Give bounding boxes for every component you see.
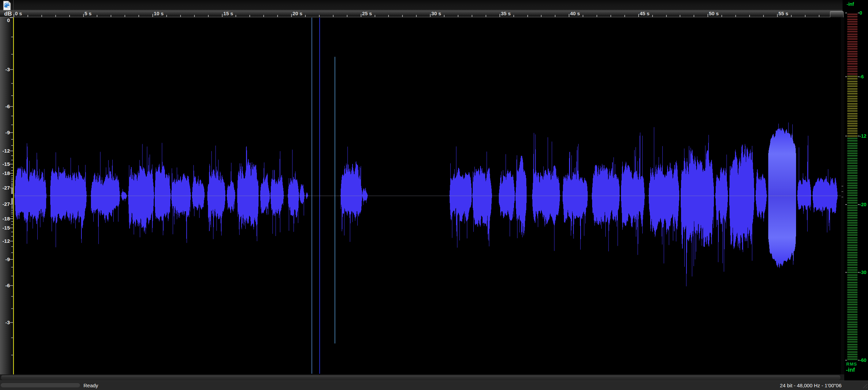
time-tick xyxy=(249,15,250,17)
db-tick xyxy=(11,200,13,201)
audio-file-icon[interactable] xyxy=(3,1,11,11)
progress-bar xyxy=(1,383,80,388)
vertical-scrollbar[interactable] xyxy=(841,17,844,374)
db-tick xyxy=(10,69,13,70)
db-tick xyxy=(11,212,13,213)
time-ruler[interactable]: 0 s5 s10 s15 s20 s25 s30 s35 s40 s45 s50… xyxy=(14,0,843,17)
meter-led-segment xyxy=(847,168,857,169)
meter-scale-label: -20 xyxy=(860,202,866,207)
time-tick xyxy=(291,14,292,17)
meter-led-segment xyxy=(847,341,857,343)
db-tick xyxy=(10,259,13,260)
db-tick xyxy=(11,160,13,160)
db-tick xyxy=(11,296,13,297)
db-tick-label: -27 xyxy=(2,201,10,207)
time-tick xyxy=(402,15,403,17)
db-tick-label: -12 xyxy=(2,238,10,243)
meter-led-segment xyxy=(847,93,857,95)
meter-led-segment xyxy=(847,344,857,346)
meter-led-segment xyxy=(847,180,857,181)
time-tick-label: 10 s xyxy=(154,11,164,16)
time-tick xyxy=(14,14,14,17)
meter-led-segment xyxy=(847,68,857,70)
db-tick xyxy=(11,224,13,225)
meter-led-segment xyxy=(847,98,857,100)
meter-led-segment xyxy=(847,23,857,25)
db-tick-label: -15 xyxy=(2,225,10,230)
db-unit-label: dB xyxy=(0,11,12,17)
time-ruler-band: dB 0 s5 s10 s15 s20 s25 s30 s35 s40 s45 … xyxy=(0,0,843,18)
meter-scale-tick xyxy=(845,360,847,360)
time-tick-label: 35 s xyxy=(501,11,511,16)
meter-led-segment xyxy=(847,354,857,355)
horizontal-scrollbar[interactable] xyxy=(0,374,844,381)
meter-led-segment xyxy=(847,160,857,162)
db-tick xyxy=(11,170,13,171)
meter-led-segment xyxy=(847,51,857,53)
meter-led-segment xyxy=(847,358,857,360)
db-amplitude-ruler: 0-3-3-6-6-9-9-12-12-15-15-18-18-27-27 xyxy=(0,17,13,374)
edit-cursor[interactable] xyxy=(13,17,14,374)
meter-led-segment xyxy=(847,195,857,196)
resize-grip-icon[interactable] xyxy=(861,382,867,388)
meter-led-segment xyxy=(847,38,857,40)
meter-led-segment xyxy=(847,85,857,87)
db-tick xyxy=(11,83,13,84)
time-tick-label: 0 s xyxy=(15,11,22,16)
time-tick xyxy=(624,15,625,17)
db-tick xyxy=(10,164,13,164)
meter-led-segment xyxy=(847,53,857,55)
time-tick xyxy=(375,15,375,17)
meter-led-segment xyxy=(847,113,857,115)
meter-led-segment xyxy=(847,277,857,278)
meter-led-segment xyxy=(847,274,857,276)
meter-led-segment xyxy=(847,264,857,266)
time-tick xyxy=(694,15,694,17)
waveform-canvas[interactable] xyxy=(14,17,841,374)
horizontal-scrollbar-thumb[interactable] xyxy=(1,375,841,381)
meter-led-segment xyxy=(847,227,857,229)
meter-led-segment xyxy=(847,190,857,192)
meter-led-segment xyxy=(847,182,857,184)
time-tick-label: 55 s xyxy=(778,11,788,16)
time-tick xyxy=(541,15,542,17)
time-tick xyxy=(125,15,125,17)
time-tick xyxy=(583,15,583,17)
time-tick xyxy=(430,14,431,17)
meter-led-segment xyxy=(847,73,857,75)
meter-led-segment xyxy=(847,78,857,80)
meter-led-segment xyxy=(847,172,857,174)
time-tick xyxy=(458,15,458,17)
time-tick xyxy=(277,15,278,17)
time-tick xyxy=(41,15,42,17)
meter-led-segment xyxy=(847,212,857,214)
meter-led-segment xyxy=(847,217,857,219)
time-tick xyxy=(347,15,347,17)
db-tick xyxy=(10,132,13,133)
meter-led-segment xyxy=(847,257,857,258)
meter-led-segment xyxy=(847,48,857,50)
meter-led-segment xyxy=(847,140,857,142)
db-tick xyxy=(11,221,13,222)
db-tick-label: -6 xyxy=(5,283,10,288)
meter-led-segment xyxy=(847,103,857,105)
meter-led-segment xyxy=(847,331,857,333)
meter-led-segment xyxy=(847,249,857,251)
db-tick xyxy=(11,252,13,253)
meter-led-segment xyxy=(847,118,857,119)
meter-scale-tick xyxy=(845,13,847,13)
time-tick xyxy=(444,15,445,17)
db-tick xyxy=(11,175,13,176)
meter-led-segment xyxy=(847,324,857,326)
meter-led-segment xyxy=(847,125,857,127)
meter-led-segment xyxy=(847,148,857,149)
meter-led-segment xyxy=(847,21,857,23)
time-tick xyxy=(666,15,667,17)
scrollbar-grip-dot xyxy=(842,191,843,192)
db-tick-label: -6 xyxy=(5,104,10,109)
db-tick xyxy=(11,210,13,211)
meter-led-segment xyxy=(847,222,857,224)
waveform-view[interactable] xyxy=(14,17,841,374)
meter-led-segment xyxy=(847,135,857,137)
meter-led-segment xyxy=(847,239,857,241)
